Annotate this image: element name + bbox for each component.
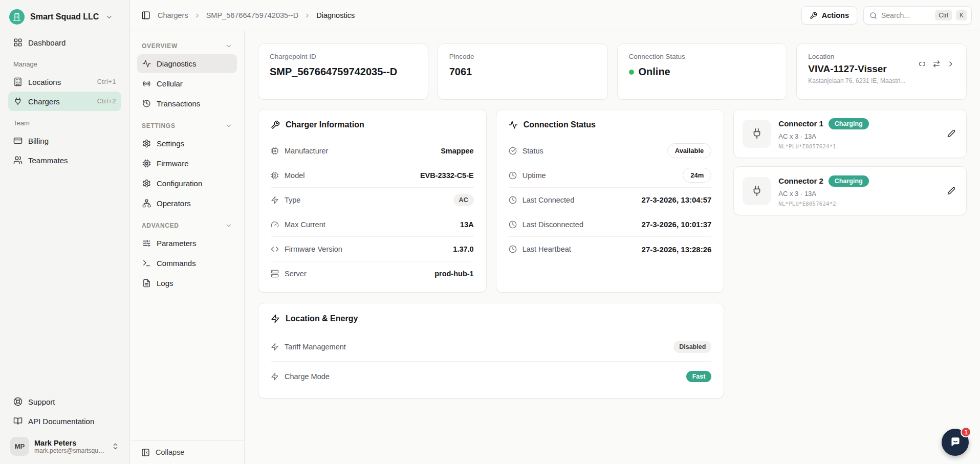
gauge-icon (271, 220, 279, 229)
sidebar-toggle-button[interactable] (141, 11, 150, 20)
user-menu[interactable]: MP Mark Peters mark.peters@smartsquad... (8, 431, 121, 456)
row-value: Smappee (441, 147, 473, 155)
edit-connector-button[interactable] (945, 185, 957, 197)
row-status: Status Available (509, 139, 712, 163)
chevron-down-icon (225, 222, 232, 229)
connector-head: Connector 2 Charging (778, 175, 938, 187)
connector-spec: AC x 3 · 13A (778, 190, 938, 197)
primary-sidebar: Smart Squad LLC Dashboard Manage Locatio… (0, 0, 130, 464)
row-tariff-management: Tariff Management Disabled (271, 333, 711, 362)
online-label: Online (639, 66, 670, 78)
connection-status-card: Connection Status Online (617, 43, 788, 100)
location-texts: Location VIVA-1127-Visser Kastanjelaan 7… (808, 53, 905, 84)
zap-icon (271, 372, 279, 381)
card-title: Charger Information (286, 120, 364, 129)
connectors-column: Connector 1 Charging AC x 3 · 13A NL*PLU… (733, 109, 967, 215)
location-address: Kastanjelaan 76, 6231 IE, Maastri... (808, 77, 905, 84)
subnav-item-diagnostics[interactable]: Diagnostics (137, 54, 237, 73)
gear-icon (142, 139, 151, 148)
card-label: Chargepoint ID (270, 53, 417, 60)
connector-evse-id: NL*PLU*E8057624*2 (778, 201, 938, 207)
charge-mode-badge: Fast (686, 371, 712, 382)
mid-row: Charger Information Manufacturer Smappee (258, 109, 967, 399)
user-name: Mark Peters (34, 439, 106, 447)
breadcrumb-charger-id[interactable]: SMP_567664759742035--D (206, 11, 299, 19)
row-value: 1.37.0 (453, 245, 473, 253)
right-column: Chargers SMP_567664759742035--D Diagnost… (130, 0, 980, 464)
chevron-right-icon[interactable] (947, 60, 955, 68)
online-dot (629, 70, 634, 75)
sidebar-item-locations[interactable]: Locations Ctrl+1 (8, 72, 121, 92)
row-label: Charge Mode (285, 372, 330, 381)
clock-icon (509, 171, 517, 180)
sidebar-item-chargers[interactable]: Chargers Ctrl+2 (8, 92, 121, 111)
swap-icon[interactable] (932, 60, 941, 68)
edit-connector-button[interactable] (945, 127, 957, 140)
sidebar-item-api-documentation[interactable]: API Documentation (8, 411, 121, 431)
subnav-section-overview[interactable]: OVERVIEW (137, 34, 237, 54)
lifebuoy-icon (13, 397, 23, 406)
pencil-icon (947, 187, 955, 195)
card-title: Connection Status (524, 120, 596, 129)
chat-widget-button[interactable]: 1 (942, 429, 969, 456)
sidebar-item-label: Chargers (28, 97, 60, 106)
online-status: Online (629, 66, 776, 78)
row-value: EVB-2332-C5-E (420, 171, 474, 180)
subnav-item-commands[interactable]: Commands (137, 254, 237, 273)
keyboard-shortcut: Ctrl+2 (97, 98, 116, 105)
subnav-item-label: Firmware (157, 159, 189, 168)
subnav-item-configuration[interactable]: Configuration (137, 174, 237, 193)
sidebar-item-dashboard[interactable]: Dashboard (8, 33, 121, 52)
topbar: Chargers SMP_567664759742035--D Diagnost… (130, 0, 980, 31)
clock-icon (509, 220, 517, 229)
subnav-item-label: Parameters (157, 239, 197, 248)
breadcrumb-chargers[interactable]: Chargers (158, 11, 188, 19)
row-last-heartbeat: Last Heartbeat 27-3-2026, 13:28:26 (509, 237, 712, 261)
subnav-item-firmware[interactable]: Firmware (137, 154, 237, 173)
subnav-item-parameters[interactable]: Parameters (137, 234, 237, 253)
plug-icon (751, 185, 763, 196)
uptime-badge: 24m (683, 168, 711, 183)
chevron-down-icon (225, 42, 232, 50)
sidebar-item-teammates[interactable]: Teammates (8, 150, 121, 170)
charging-badge: Charging (829, 175, 869, 187)
subnav-section-advanced[interactable]: ADVANCED (137, 214, 237, 234)
info-cards-row: Charger Information Manufacturer Smappee (258, 109, 724, 293)
charging-badge: Charging (829, 118, 869, 129)
subnav-item-cellular[interactable]: Cellular (137, 74, 237, 93)
detail-rows: Manufacturer Smappee Model EVB-2332-C5-E (271, 139, 474, 286)
clock-icon (509, 196, 517, 204)
sidebar-group-team: Team (8, 111, 121, 131)
section-title: SETTINGS (142, 122, 176, 129)
unlink-icon[interactable] (918, 60, 926, 68)
subnav-item-transactions[interactable]: Transactions (137, 94, 237, 113)
subnav-item-settings[interactable]: Settings (137, 134, 237, 153)
sidebar-item-label: Billing (28, 137, 49, 145)
collapse-button[interactable]: Collapse (130, 440, 244, 464)
sidebar-item-billing[interactable]: Billing (8, 131, 121, 150)
zap-icon (271, 314, 280, 323)
signal-icon (142, 79, 151, 88)
search-input[interactable] (881, 11, 931, 19)
connector-icon-box (743, 177, 771, 205)
org-switcher[interactable]: Smart Squad LLC (8, 7, 121, 33)
topbar-right: Actions Ctrl K (801, 6, 972, 25)
subnav-item-operators[interactable]: Operators (137, 194, 237, 213)
server-icon (271, 270, 279, 278)
connector-head: Connector 1 Charging (778, 118, 938, 129)
secondary-sidebar: OVERVIEW Diagnostics Cellular Transactio… (130, 31, 245, 464)
subnav-item-label: Operators (157, 199, 191, 208)
subnav-item-label: Settings (157, 139, 184, 148)
charger-icon (13, 97, 23, 106)
actions-button[interactable]: Actions (801, 6, 857, 25)
row-uptime: Uptime 24m (509, 163, 712, 188)
wrench-icon (810, 12, 817, 19)
subnav-section-settings[interactable]: SETTINGS (137, 114, 237, 134)
subnav-item-logs[interactable]: Logs (137, 274, 237, 293)
card-title-row: Connection Status (509, 120, 712, 129)
row-label: Last Disconnected (522, 220, 583, 229)
sidebar-item-support[interactable]: Support (8, 392, 121, 411)
pincode-card: Pincode 7061 (438, 43, 608, 100)
building-icon (13, 77, 23, 86)
row-value: 27-3-2026, 13:28:26 (642, 245, 712, 254)
